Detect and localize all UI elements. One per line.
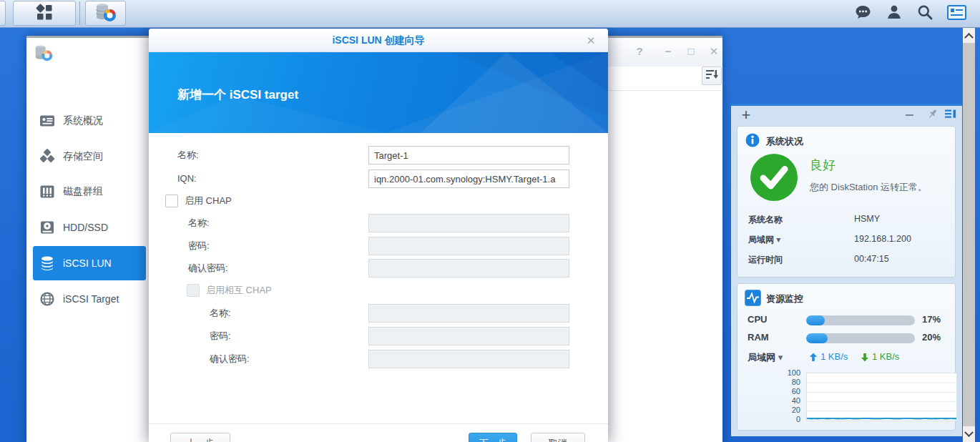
lan-ip-value: 192.168.1.200 bbox=[854, 234, 911, 244]
panel-scrollbar[interactable] bbox=[963, 27, 975, 442]
ram-meter bbox=[806, 333, 915, 343]
sidebar-item-hdd-ssd[interactable]: HDD/SSD bbox=[33, 215, 146, 240]
disk-group-icon bbox=[39, 184, 55, 200]
health-status: 良好 bbox=[810, 157, 836, 174]
health-ok-icon bbox=[750, 154, 798, 204]
dialog-heading: 新增一个 iSCSI target bbox=[177, 87, 298, 103]
system-name-value: HSMY bbox=[854, 214, 880, 224]
window-help-button[interactable]: ? bbox=[632, 44, 647, 59]
search-icon bbox=[916, 4, 934, 24]
sidebar-item-label: iSCSI Target bbox=[63, 293, 119, 305]
minimize-panel-button[interactable] bbox=[903, 109, 916, 122]
scroll-up-button[interactable] bbox=[963, 27, 975, 43]
system-health-widget[interactable]: 系统状况 良好 您的 DiskStation 运转正常。 系统名称 HSMY 局… bbox=[737, 126, 956, 278]
chap-name-label: 名称: bbox=[188, 214, 210, 232]
lun-icon bbox=[39, 255, 55, 271]
pin-icon bbox=[927, 109, 938, 122]
sidebar-item-label: 系统概况 bbox=[63, 114, 103, 127]
y-tick: 20 bbox=[779, 406, 800, 414]
dialog-close-button[interactable]: ✕ bbox=[584, 34, 598, 48]
widget-panel: + bbox=[731, 104, 962, 436]
sidebar-item-iscsi-lun[interactable]: iSCSI LUN bbox=[33, 246, 146, 280]
sidebar-item-label: 存储空间 bbox=[63, 150, 103, 163]
target-globe-icon bbox=[39, 291, 55, 307]
name-label: 名称: bbox=[177, 146, 199, 164]
resource-monitor-widget[interactable]: 资源监控 CPU 17% RAM 20% 局域网 ▾ 1 KB/s 1 KB/s… bbox=[737, 283, 956, 431]
uptime-label: 运行时间 bbox=[748, 254, 783, 266]
widgets-panel-button[interactable] bbox=[947, 5, 966, 20]
chap-password-label: 密码: bbox=[188, 237, 210, 255]
user-icon bbox=[886, 4, 903, 24]
pin-panel-button[interactable] bbox=[926, 109, 939, 122]
mutual-name-label: 名称: bbox=[210, 304, 231, 323]
search-button[interactable] bbox=[916, 4, 934, 23]
main-menu-button[interactable] bbox=[13, 1, 76, 26]
mutual-password-label: 密码: bbox=[210, 327, 231, 345]
ram-bar-fill bbox=[806, 333, 828, 343]
sidebar-item-overview[interactable]: 系统概况 bbox=[33, 108, 146, 134]
uptime-value: 00:47:15 bbox=[854, 254, 889, 264]
chap-name-input bbox=[368, 214, 569, 232]
scroll-down-button[interactable] bbox=[963, 426, 975, 442]
chap-confirm-label: 确认密码: bbox=[188, 259, 228, 278]
ram-label: RAM bbox=[748, 332, 769, 343]
lan-row-label[interactable]: 局域网 ▾ bbox=[748, 234, 780, 246]
footer-separator bbox=[149, 423, 608, 424]
overview-icon bbox=[39, 113, 55, 129]
window-maximize-button[interactable]: □ bbox=[683, 44, 699, 59]
system-name-label: 系统名称 bbox=[748, 214, 783, 226]
sidebar-item-label: iSCSI LUN bbox=[63, 257, 112, 269]
enable-mutual-chap-label: 启用相互 CHAP bbox=[206, 284, 272, 297]
storage-manager-app-icon bbox=[34, 44, 53, 62]
name-input[interactable] bbox=[368, 146, 569, 164]
cpu-percent: 17% bbox=[922, 314, 941, 325]
chevron-down-icon: ▾ bbox=[778, 352, 783, 363]
user-menu-button[interactable] bbox=[885, 4, 903, 23]
chevron-down-icon bbox=[964, 428, 974, 437]
collapse-sort-button[interactable] bbox=[702, 67, 722, 85]
sidebar-item-volume[interactable]: 存储空间 bbox=[33, 144, 146, 170]
dock-panel-button[interactable] bbox=[944, 109, 957, 122]
notifications-button[interactable] bbox=[853, 4, 872, 23]
storage-manager-icon bbox=[95, 1, 117, 26]
dialog-header: 新增一个 iSCSI target bbox=[149, 52, 608, 133]
network-chart-svg bbox=[807, 373, 956, 421]
cpu-meter bbox=[806, 315, 915, 325]
upload-arrow-icon bbox=[809, 352, 818, 365]
chat-icon bbox=[854, 4, 872, 24]
dialog-titlebar[interactable]: iSCSI LUN 创建向导 ✕ bbox=[149, 29, 608, 52]
enable-chap-checkbox[interactable] bbox=[165, 195, 178, 207]
panel-layout-icon bbox=[945, 109, 956, 122]
cancel-button[interactable]: 取消 bbox=[531, 433, 585, 442]
chap-password-input bbox=[368, 237, 569, 255]
y-tick: 80 bbox=[779, 378, 800, 386]
iqn-label: IQN: bbox=[177, 170, 197, 188]
window-minimize-button[interactable]: − bbox=[660, 44, 676, 59]
plus-icon: + bbox=[742, 106, 751, 124]
y-tick: 0 bbox=[779, 415, 800, 423]
next-button[interactable]: 下一步 bbox=[469, 433, 517, 442]
window-close-button[interactable]: ✕ bbox=[706, 44, 722, 59]
y-tick: 60 bbox=[779, 387, 800, 396]
chevron-up-icon bbox=[964, 32, 974, 41]
system-health-title: 系统状况 bbox=[766, 135, 803, 148]
enable-chap-label: 启用 CHAP bbox=[185, 195, 232, 207]
taskbar-separator bbox=[79, 1, 80, 25]
sidebar-item-iscsi-target[interactable]: iSCSI Target bbox=[33, 286, 146, 312]
previous-button[interactable]: 上一步 bbox=[170, 433, 230, 442]
iqn-input[interactable] bbox=[368, 170, 569, 188]
dialog-body: 名称: IQN: 启用 CHAP 名称: 密码: 确认密码: 启用相互 CHAP… bbox=[149, 133, 608, 442]
add-widget-button[interactable]: + bbox=[738, 107, 754, 123]
lan-traffic-label[interactable]: 局域网 ▾ bbox=[748, 351, 783, 364]
sidebar-item-disk-group[interactable]: 磁盘群组 bbox=[33, 179, 146, 205]
info-icon bbox=[745, 133, 760, 150]
y-tick: 100 bbox=[779, 368, 800, 377]
mutual-password-input bbox=[368, 327, 569, 345]
resource-monitor-icon bbox=[745, 290, 761, 309]
minus-icon bbox=[906, 114, 913, 116]
taskbar-edge-button[interactable] bbox=[0, 1, 6, 26]
download-arrow-icon bbox=[861, 352, 869, 365]
upload-speed: 1 KB/s bbox=[820, 351, 848, 362]
storage-manager-taskbar-button[interactable] bbox=[85, 1, 126, 26]
cpu-label: CPU bbox=[748, 314, 767, 325]
